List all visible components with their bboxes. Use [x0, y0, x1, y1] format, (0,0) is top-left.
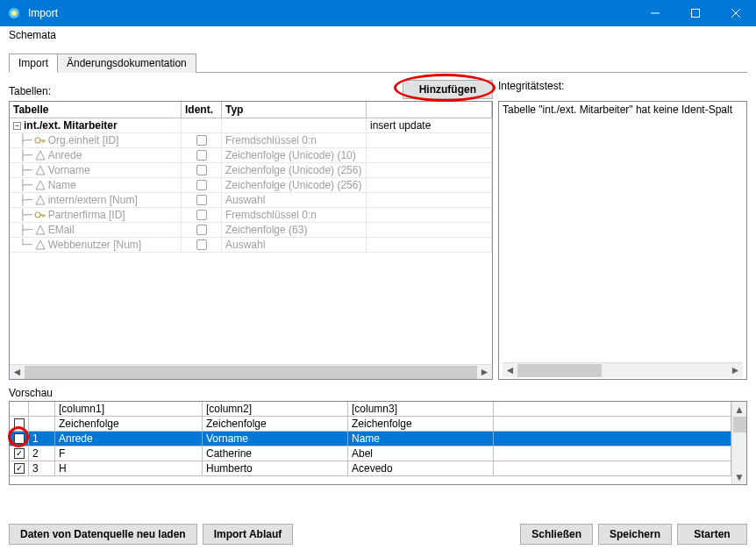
- column-icon: [34, 179, 46, 191]
- ident-checkbox[interactable]: [196, 165, 207, 175]
- col-ident[interactable]: Ident.: [182, 102, 222, 118]
- key-icon: [34, 134, 46, 146]
- row-checkbox[interactable]: ✓: [14, 448, 25, 459]
- window-title: Import: [28, 7, 635, 19]
- tab-import[interactable]: Import: [9, 54, 58, 73]
- preview-row[interactable]: ZeichenfolgeZeichenfolgeZeichenfolge: [10, 417, 731, 432]
- integ-label: Integritätstest:: [498, 80, 747, 99]
- tree-item[interactable]: ├─EMailZeichenfolge (63): [10, 223, 492, 238]
- maximize-button[interactable]: [675, 0, 716, 26]
- import-ablauf-button[interactable]: Import Ablauf: [203, 524, 294, 545]
- svg-rect-3: [692, 10, 700, 18]
- preview-box: [column1][column2][column3]ZeichenfolgeZ…: [9, 401, 747, 485]
- key-icon: [34, 209, 46, 221]
- svg-marker-12: [36, 181, 45, 189]
- svg-marker-18: [36, 225, 45, 234]
- svg-marker-19: [36, 240, 45, 249]
- tree-item[interactable]: ├─intern/extern [Num]Auswahl: [10, 193, 492, 208]
- ident-checkbox[interactable]: [196, 135, 207, 146]
- row-checkbox[interactable]: ✓: [14, 463, 25, 474]
- ident-checkbox[interactable]: [196, 195, 207, 205]
- starten-button[interactable]: Starten: [677, 524, 747, 545]
- svg-point-1: [11, 11, 17, 16]
- ident-checkbox[interactable]: [196, 180, 207, 190]
- tree-item[interactable]: ├─VornameZeichenfolge (Unicode) (256): [10, 163, 492, 178]
- schliessen-button[interactable]: Schließen: [520, 524, 593, 545]
- close-button[interactable]: [716, 0, 756, 26]
- col-extra[interactable]: [367, 102, 492, 118]
- col-tabelle[interactable]: Tabelle: [10, 102, 182, 118]
- vorschau-label: Vorschau: [9, 387, 747, 399]
- menu-schemata[interactable]: Schemata: [5, 27, 60, 43]
- preview-row[interactable]: ✓2FCatherineAbel: [10, 446, 731, 461]
- preview-row[interactable]: 1AnredeVornameName: [10, 432, 731, 446]
- column-icon: [34, 149, 46, 161]
- integ-text: Tabelle "int./ext. Mitarbeiter" hat kein…: [503, 104, 743, 362]
- preview-row[interactable]: ✓3HHumbertoAcevedo: [10, 461, 731, 476]
- minimize-button[interactable]: [635, 0, 675, 26]
- svg-point-14: [35, 212, 40, 218]
- tree-item[interactable]: ├─NameZeichenfolge (Unicode) (256): [10, 178, 492, 193]
- row-checkbox[interactable]: [14, 433, 25, 444]
- preview-col3: [column3]: [348, 402, 494, 416]
- svg-marker-13: [36, 196, 45, 204]
- hinzufuegen-button[interactable]: Hinzufügen: [403, 80, 493, 99]
- daten-neu-button[interactable]: Daten von Datenquelle neu laden: [9, 524, 197, 545]
- tabellen-grid: Tabelle Ident. Typ −int./ext. Mitarbeite…: [9, 101, 493, 380]
- scroll-right-icon[interactable]: ►: [477, 365, 492, 380]
- integ-box: Tabelle "int./ext. Mitarbeiter" hat kein…: [498, 101, 747, 380]
- tree-item[interactable]: ├─AnredeZeichenfolge (Unicode) (10): [10, 148, 492, 163]
- column-icon: [34, 194, 46, 206]
- col-typ[interactable]: Typ: [222, 102, 367, 118]
- tree-item[interactable]: ├─Org.einheit [ID]Fremdschlüssel 0:n: [10, 133, 492, 148]
- tree-item[interactable]: ├─Partnerfirma [ID]Fremdschlüssel 0:n: [10, 208, 492, 223]
- tabellen-label: Tabellen:: [9, 85, 403, 99]
- tabstrip: Import Änderungsdokumentation: [9, 53, 747, 73]
- ident-checkbox[interactable]: [196, 225, 207, 235]
- column-icon: [34, 164, 46, 176]
- preview-col2: [column2]: [203, 402, 348, 416]
- app-icon: [7, 6, 21, 20]
- tree-root: int./ext. Mitarbeiter: [24, 119, 118, 132]
- scroll-down-icon[interactable]: ▼: [732, 469, 746, 484]
- svg-marker-11: [36, 166, 45, 175]
- row-checkbox[interactable]: [14, 418, 25, 429]
- integ-hscroll[interactable]: ◄ ►: [503, 362, 743, 377]
- scroll-left-icon[interactable]: ◄: [10, 365, 25, 380]
- tree-item[interactable]: └─Webbenutzer [Num]Auswahl: [10, 238, 492, 253]
- tabellen-hscroll[interactable]: ◄ ►: [10, 364, 492, 379]
- tab-aenderung[interactable]: Änderungsdokumentation: [57, 54, 196, 73]
- preview-vscroll[interactable]: ▲ ▼: [731, 402, 746, 484]
- svg-point-6: [35, 138, 40, 143]
- titlebar: Import: [0, 0, 756, 26]
- scroll-up-icon[interactable]: ▲: [732, 402, 746, 417]
- column-icon: [34, 224, 46, 236]
- speichern-button[interactable]: Speichern: [598, 524, 672, 545]
- scroll-left-icon[interactable]: ◄: [503, 363, 517, 378]
- preview-col1: [column1]: [55, 402, 203, 416]
- svg-marker-10: [36, 151, 45, 160]
- bottom-bar: Daten von Datenquelle neu laden Import A…: [9, 524, 747, 545]
- scroll-right-icon[interactable]: ►: [728, 363, 743, 378]
- ident-checkbox[interactable]: [196, 210, 207, 220]
- menubar: Schemata: [0, 26, 756, 44]
- ident-checkbox[interactable]: [196, 239, 207, 250]
- ident-checkbox[interactable]: [196, 150, 207, 161]
- tree-root-row[interactable]: −int./ext. Mitarbeiterinsert update: [10, 118, 492, 133]
- preview-header: [column1][column2][column3]: [10, 402, 731, 417]
- column-icon: [34, 239, 46, 251]
